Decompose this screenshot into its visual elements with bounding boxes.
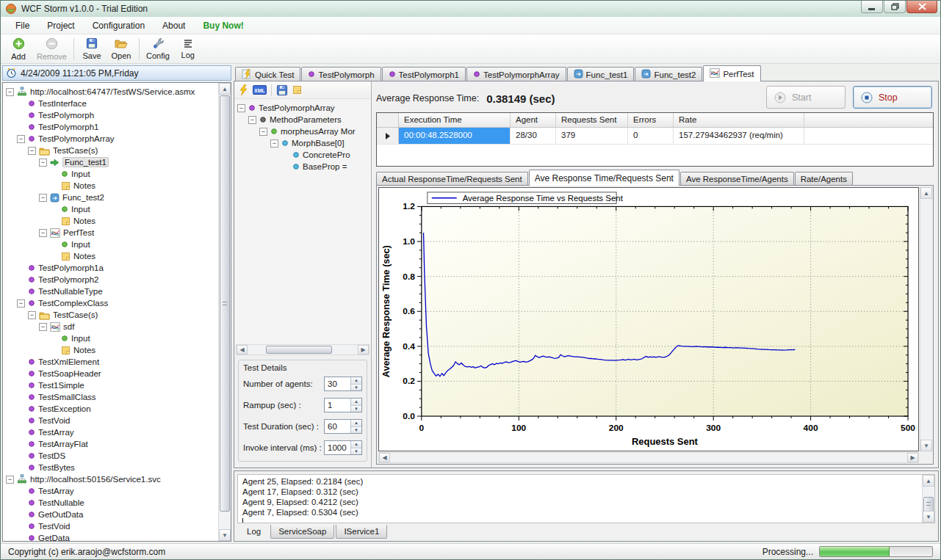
tree-item-notes[interactable]: Notes [3, 180, 218, 192]
tree-item-testcase-s[interactable]: −TestCase(s) [3, 145, 218, 156]
remove-button[interactable]: Remove [33, 35, 71, 63]
tree-item-perftest[interactable]: −PerfTest [3, 227, 218, 239]
chart-vscrollbar[interactable]: ▲ ▼ [920, 187, 932, 451]
collapse-icon[interactable]: − [6, 476, 14, 484]
tab-perftest[interactable]: PerfTest [703, 65, 760, 81]
collapse-icon[interactable]: − [28, 311, 36, 319]
tree-item-notes[interactable]: Notes [3, 344, 218, 356]
results-grid[interactable]: Execution Time Agent Requests Sent Error… [376, 112, 934, 167]
tree-item-testpolymorph1[interactable]: TestPolymorph1 [3, 121, 218, 133]
tree-item-testcase-s[interactable]: −TestCase(s) [3, 309, 218, 321]
agents-stepper[interactable]: 30▲▼ [324, 377, 362, 391]
col-execution-time[interactable]: Execution Time [399, 113, 511, 127]
tree-item-testnullable[interactable]: TestNullable [3, 497, 218, 509]
col-agent[interactable]: Agent [511, 113, 556, 127]
tab-testpolymorph[interactable]: TestPolymorph [301, 67, 381, 81]
tree-item-func-test2[interactable]: −Func_test2 [3, 192, 218, 203]
log-output[interactable]: Agent 25, Elapsed: 0.2184 (sec)Agent 17,… [237, 474, 935, 523]
log-tab-iservice1[interactable]: IService1 [336, 525, 387, 539]
tree-item-getdata[interactable]: GetData [3, 532, 218, 541]
close-button[interactable] [906, 1, 937, 13]
scroll-up-icon[interactable]: ▲ [219, 83, 231, 95]
collapse-icon[interactable]: − [39, 194, 47, 202]
tree-item-input[interactable]: Input [3, 168, 218, 180]
log-tab-servicesoap[interactable]: ServiceSoap [270, 525, 334, 539]
spin-down-icon[interactable]: ▼ [351, 427, 361, 434]
collapse-icon[interactable]: − [259, 128, 267, 136]
tab-testpolymorpharray[interactable]: TestPolymorphArray [466, 67, 566, 81]
tree-item-notes[interactable]: Notes [3, 215, 218, 227]
tree-item-testsoapheader[interactable]: TestSoapHeader [3, 368, 218, 379]
scroll-up-icon[interactable]: ▲ [920, 187, 932, 199]
tree-item-http-localhost-50156-service1-svc[interactable]: −http://localhost:50156/Service1.svc [3, 473, 218, 485]
add-button[interactable]: Add [4, 35, 33, 63]
tree-item-testpolymorph[interactable]: TestPolymorph [3, 109, 218, 121]
chart-hscrollbar[interactable]: ◀ ▶ [378, 452, 919, 463]
service-tree-scrollbar[interactable]: ▲ ▼ [218, 83, 231, 541]
rampup-stepper[interactable]: 1▲▼ [324, 398, 362, 412]
save-button[interactable]: Save [77, 35, 107, 63]
log-tab-log[interactable]: Log [239, 523, 269, 539]
chart-tab-ave-response-time-requests-sent[interactable]: Ave Response Time/Requests Sent [529, 170, 679, 186]
chart-tab-actual-responsetime-requests-sent[interactable]: Actual ResponseTime/Requests Sent [376, 172, 528, 186]
save-icon[interactable] [276, 84, 288, 96]
tree-item-morpheusarray-mor[interactable]: −morpheusArray Mor [234, 126, 371, 137]
scroll-left-icon[interactable]: ◀ [237, 345, 248, 354]
tree-item-http-localhost-64747-testws-service-asmx[interactable]: −http://localhost:64747/TestWS/Service.a… [3, 86, 218, 98]
spin-down-icon[interactable]: ▼ [351, 385, 361, 391]
tab-testpolymorph1[interactable]: TestPolymorph1 [382, 67, 466, 81]
collapse-icon[interactable]: − [17, 299, 25, 308]
xml-icon[interactable]: XML [253, 85, 267, 95]
tree-item-input[interactable]: Input [3, 203, 218, 215]
tree-item-testexception[interactable]: TestException [3, 403, 218, 415]
maximize-button[interactable] [884, 1, 906, 13]
scroll-right-icon[interactable]: ▶ [907, 453, 918, 462]
title-bar[interactable]: WCF Storm v1.0.0 - Trial Edition [1, 1, 940, 17]
spin-up-icon[interactable]: ▲ [351, 399, 361, 406]
tree-item-testpolymorph2[interactable]: TestPolymorph2 [3, 274, 218, 286]
tree-item-testinterface[interactable]: TestInterface [3, 98, 218, 109]
tree-item-sdf[interactable]: −sdf [3, 321, 218, 332]
tree-item-methodparameters[interactable]: −MethodParameters [234, 114, 371, 126]
tree-item-test1simple[interactable]: Test1Simple [3, 379, 218, 391]
tree-item-func-test1[interactable]: −Func_test1 [3, 156, 218, 168]
menu-project[interactable]: Project [38, 18, 83, 34]
col-errors[interactable]: Errors [628, 113, 674, 127]
col-rate[interactable]: Rate [674, 113, 804, 127]
tree-item-testvoid[interactable]: TestVoid [3, 520, 218, 532]
collapse-icon[interactable]: − [39, 159, 47, 167]
config-button[interactable]: Config [143, 35, 173, 63]
tree-item-testarray[interactable]: TestArray [3, 426, 218, 438]
col-requests-sent[interactable]: Requests Sent [556, 113, 628, 127]
tree-item-testpolymorpharray[interactable]: −TestPolymorphArray [234, 102, 371, 114]
menu-buy-now[interactable]: Buy Now! [194, 18, 252, 34]
cell-errors[interactable]: 0 [628, 128, 674, 144]
menu-about[interactable]: About [154, 18, 194, 34]
tree-item-input[interactable]: Input [3, 332, 218, 344]
scroll-down-icon[interactable]: ▼ [219, 529, 231, 541]
spin-down-icon[interactable]: ▼ [351, 406, 361, 412]
chart-tab-rate-agents[interactable]: Rate/Agents [795, 172, 853, 186]
scroll-left-icon[interactable]: ◀ [379, 453, 390, 462]
scroll-down-icon[interactable]: ▼ [923, 511, 934, 523]
tab-quick-test[interactable]: Quick Test [235, 67, 300, 81]
spin-up-icon[interactable]: ▲ [351, 377, 361, 385]
tree-item-concretepro[interactable]: ConcretePro [234, 149, 371, 161]
start-button[interactable]: Start [766, 86, 846, 109]
chart-tab-ave-responsetime-agents[interactable]: Ave ResponseTime/Agents [680, 172, 794, 186]
tab-func-test1[interactable]: Func_test1 [567, 67, 635, 81]
collapse-icon[interactable]: − [39, 323, 47, 331]
results-row[interactable]: 00:00:48.2528000 28/30 379 0 157.2794346… [377, 128, 933, 145]
tree-item-input[interactable]: Input [3, 239, 218, 250]
tree-item-notes[interactable]: Notes [3, 250, 218, 262]
notes-icon[interactable] [292, 85, 302, 95]
collapse-icon[interactable]: − [248, 116, 256, 124]
minimize-button[interactable] [861, 1, 883, 13]
tree-item-testxmlelement[interactable]: TestXmlElement [3, 356, 218, 368]
open-button[interactable]: Open [107, 35, 136, 63]
interval-stepper[interactable]: 1000▲▼ [324, 440, 362, 455]
tree-item-testvoid[interactable]: TestVoid [3, 415, 218, 426]
tree-item-baseprop[interactable]: BaseProp = [234, 161, 371, 172]
tree-item-testpolymorph1a[interactable]: TestPolymorph1a [3, 262, 218, 274]
log-button[interactable]: Log [173, 35, 203, 63]
